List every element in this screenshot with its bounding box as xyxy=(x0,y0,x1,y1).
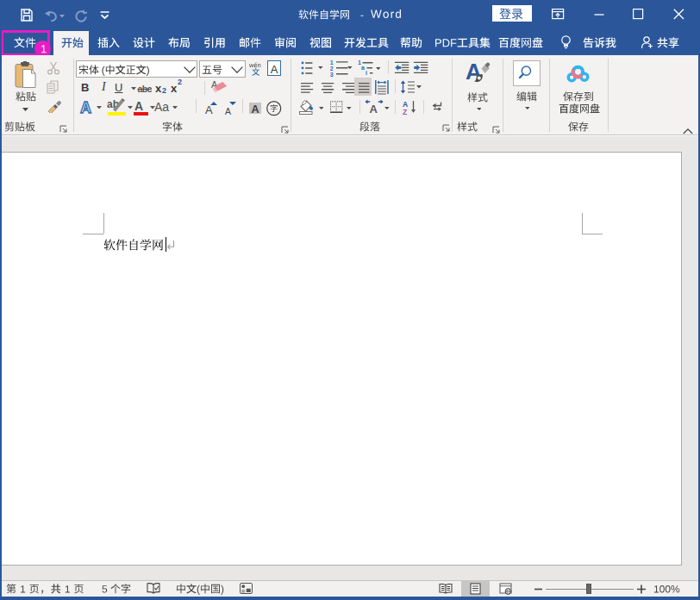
svg-text:Z: Z xyxy=(403,108,407,116)
svg-text:A: A xyxy=(80,99,91,116)
svg-text:3: 3 xyxy=(330,72,334,77)
svg-text:a: a xyxy=(361,65,365,71)
svg-text:i: i xyxy=(366,70,367,76)
